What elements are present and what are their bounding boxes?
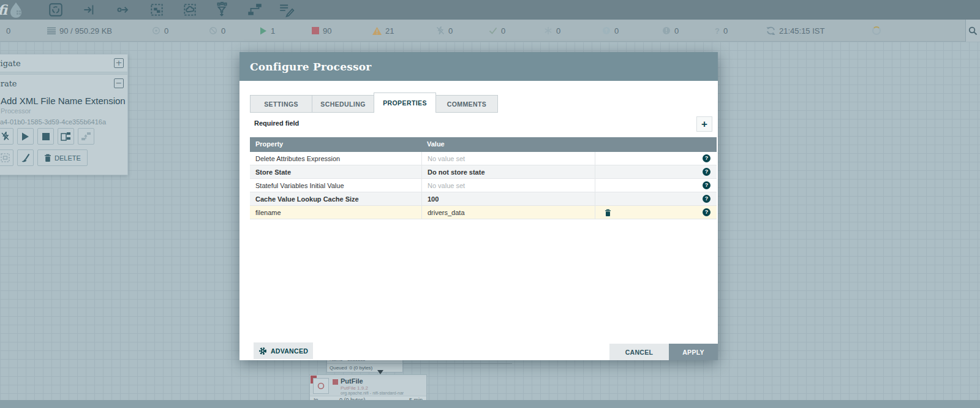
fill-color-button[interactable] — [17, 149, 34, 166]
label-component-icon[interactable] — [277, 1, 296, 18]
selected-component-type: Processor — [1, 107, 127, 115]
not-transmitting-icon — [209, 26, 217, 35]
nifi-drop-icon — [7, 1, 28, 19]
check-icon — [489, 27, 497, 34]
value-column-header: Value — [427, 140, 445, 148]
loading-spinner — [872, 26, 881, 35]
delete-button[interactable]: DELETE — [37, 149, 88, 166]
apply-button[interactable]: APPLY — [669, 344, 718, 360]
play-icon — [260, 27, 267, 35]
dialog-title: Configure Processor — [250, 61, 371, 73]
advanced-button[interactable]: ADVANCED — [254, 342, 313, 359]
status-queued: 90 / 950.29 KB — [47, 20, 112, 42]
trash-icon — [44, 154, 51, 162]
processor-version: PutFile 1.9.2 — [341, 385, 368, 391]
property-name: filename — [250, 206, 421, 219]
status-last-refresh[interactable]: 21:45:15 IST — [766, 20, 824, 42]
selected-component-name: Add XML File Name Extension — [1, 96, 127, 106]
search-icon — [968, 26, 978, 36]
property-value[interactable]: drivers_data — [421, 206, 595, 219]
operate-collapse-button[interactable]: − — [114, 78, 124, 88]
process-group-component-icon[interactable] — [147, 1, 167, 18]
navigate-panel-header: Navigate + — [0, 55, 127, 72]
group-button[interactable] — [0, 149, 13, 166]
status-modified-stale: 0 — [662, 20, 679, 42]
table-row: Stateful Variables Initial Value ? No va… — [250, 179, 717, 192]
required-field-label: Required field — [254, 119, 299, 127]
table-row-dynamic-property: filename ? drivers_data — [250, 206, 717, 219]
property-name: Cache Value Lookup Cache Size — [250, 192, 421, 206]
tab-properties[interactable]: PROPERTIES — [374, 93, 436, 113]
navigate-expand-button[interactable]: + — [114, 58, 124, 68]
properties-table: Property Value Delete Attributes Express… — [250, 137, 717, 219]
table-row: Store State ? Do not store state — [250, 165, 717, 179]
output-port-component-icon[interactable] — [113, 1, 133, 18]
paintbrush-icon — [21, 153, 30, 162]
refresh-icon[interactable] — [766, 26, 775, 35]
processor-name: PutFile — [341, 377, 363, 385]
connection-arrowhead-icon — [377, 370, 383, 374]
funnel-component-icon[interactable] — [212, 1, 232, 18]
start-button[interactable] — [17, 128, 34, 145]
property-column-header: Property — [255, 140, 283, 148]
asterisk-icon — [544, 26, 552, 35]
selected-component-id: a4-01b0-1585-3d59-4ce355b6416a — [0, 118, 127, 126]
delete-property-icon[interactable] — [605, 209, 611, 217]
connection-queued-label: Queued — [330, 365, 347, 371]
copy-template-button[interactable] — [58, 128, 74, 145]
processor-icon — [313, 378, 329, 394]
cancel-button[interactable]: CANCEL — [609, 344, 669, 360]
warning-icon — [372, 27, 382, 35]
connection-line — [403, 363, 512, 364]
status-disabled: 0 — [436, 20, 453, 42]
status-locally-modified: 0 — [544, 20, 560, 42]
table-row: Cache Value Lookup Cache Size ? 100 — [250, 192, 717, 206]
side-panels: Navigate + Operate − Add XML File Name E… — [0, 54, 128, 175]
operate-panel-header: Operate − — [0, 75, 127, 92]
property-value[interactable]: No value set — [421, 152, 595, 165]
property-value[interactable]: No value set — [421, 179, 595, 192]
gear-icon — [258, 347, 267, 355]
stop-button[interactable] — [37, 128, 54, 145]
status-sync-failure: ? 0 — [715, 20, 728, 42]
flow-up-icon — [81, 132, 91, 141]
exclamation-circle-icon — [662, 26, 671, 35]
table-row: Delete Attributes Expression ? No value … — [250, 152, 717, 165]
canvas-bottom-strip — [0, 400, 980, 408]
tab-comments[interactable]: COMMENTS — [435, 95, 498, 113]
stop-icon — [312, 27, 319, 34]
status-running: 1 — [260, 20, 275, 42]
input-port-component-icon[interactable] — [80, 1, 99, 18]
status-stale: 0 — [602, 20, 619, 42]
tab-settings[interactable]: SETTINGS — [250, 95, 312, 113]
processor-bundle: org.apache.nifi - nifi-standard-nar — [341, 391, 404, 395]
question-circle-icon: ? — [715, 26, 720, 36]
property-value[interactable]: Do not store state — [421, 165, 595, 179]
property-name: Delete Attributes Expression — [250, 152, 421, 165]
property-name: Stateful Variables Initial Value — [250, 179, 421, 192]
template-component-icon[interactable] — [245, 1, 265, 18]
operate-panel-body: Add XML File Name Extension Processor a4… — [0, 92, 127, 175]
bolt-slash-icon — [1, 132, 10, 141]
search-button[interactable] — [965, 20, 980, 42]
status-up-to-date: 0 — [489, 20, 505, 42]
tab-scheduling[interactable]: SCHEDULING — [312, 95, 374, 113]
processor-component-icon[interactable] — [46, 1, 66, 18]
connection-queued-value: 0 (0 bytes) — [349, 365, 372, 371]
add-property-button[interactable]: + — [696, 116, 712, 132]
status-bar: 0 90 / 950.29 KB 0 0 1 90 21 0 0 0 0 — [0, 20, 980, 42]
dialog-header: Configure Processor — [239, 52, 718, 81]
dialog-tabs: SETTINGS SCHEDULING PROPERTIES COMMENTS — [250, 93, 497, 113]
components-toolbar: fi — [0, 0, 980, 20]
disable-button[interactable] — [0, 128, 13, 145]
property-value[interactable]: 100 — [421, 192, 595, 206]
status-active-threads: 0 — [6, 20, 10, 42]
remote-process-group-component-icon[interactable] — [180, 1, 200, 18]
move-to-parent-button[interactable] — [78, 128, 94, 145]
table-header: Property Value — [250, 137, 717, 152]
nifi-logo: fi — [0, 1, 28, 19]
stopped-state-icon — [333, 379, 338, 385]
play-icon — [21, 132, 29, 141]
status-not-transmitting: 0 — [209, 20, 225, 42]
property-name: Store State — [250, 165, 421, 179]
